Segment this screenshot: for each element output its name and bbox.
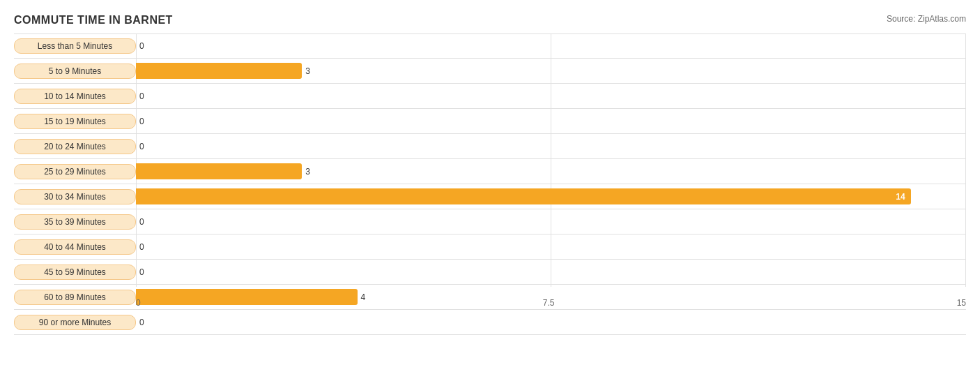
chart-container: COMMUTE TIME IN BARNET Source: ZipAtlas.…	[0, 0, 980, 365]
x-tick-mid: 7.5	[543, 298, 555, 308]
bar-track: 0	[136, 34, 966, 58]
x-axis: 0 7.5 15	[136, 295, 966, 308]
bar-value: 3	[305, 66, 310, 76]
bar-fill	[136, 163, 302, 179]
bar-row: 5 to 9 Minutes3	[14, 59, 966, 84]
bar-label: 40 to 44 Minutes	[14, 239, 136, 255]
bars-section: Less than 5 Minutes05 to 9 Minutes310 to…	[14, 33, 966, 287]
bar-track: 0	[136, 109, 966, 133]
bar-label: 10 to 14 Minutes	[14, 89, 136, 104]
bar-value: 0	[139, 91, 144, 101]
bar-label: 30 to 34 Minutes	[14, 189, 136, 204]
bar-row: 10 to 14 Minutes0	[14, 84, 966, 109]
bar-value: 0	[139, 142, 144, 151]
bar-track: 0	[136, 260, 966, 284]
bar-label: 15 to 19 Minutes	[14, 114, 136, 129]
bar-label: 60 to 89 Minutes	[14, 290, 136, 305]
bar-row: 45 to 59 Minutes0	[14, 260, 966, 285]
bar-fill	[136, 63, 302, 79]
bar-track: 3	[136, 59, 966, 83]
bar-value: 14	[896, 192, 905, 202]
chart-title: COMMUTE TIME IN BARNET	[14, 14, 966, 27]
bar-value: 3	[305, 167, 310, 177]
source-text: Source: ZipAtlas.com	[887, 14, 966, 24]
bar-row: 40 to 44 Minutes0	[14, 234, 966, 260]
bar-label: 35 to 39 Minutes	[14, 214, 136, 230]
bar-track: 3	[136, 159, 966, 184]
x-tick-max: 15	[957, 298, 966, 308]
bar-value: 0	[139, 242, 144, 252]
bar-track: 0	[136, 234, 966, 259]
bar-label: 25 to 29 Minutes	[14, 164, 136, 179]
bar-value: 0	[139, 267, 144, 277]
bar-track: 0	[136, 310, 966, 334]
bar-label: 20 to 24 Minutes	[14, 139, 136, 154]
bar-row: Less than 5 Minutes0	[14, 33, 966, 59]
bar-fill: 14	[136, 188, 911, 204]
bar-value: 0	[139, 217, 144, 227]
bar-row: 30 to 34 Minutes14	[14, 184, 966, 209]
chart-area: Less than 5 Minutes05 to 9 Minutes310 to…	[14, 33, 966, 308]
bar-value: 0	[139, 117, 144, 126]
bar-track: 0	[136, 84, 966, 108]
bar-track: 0	[136, 209, 966, 234]
bar-track: 14	[136, 184, 966, 209]
x-tick-min: 0	[136, 298, 141, 308]
bar-row: 15 to 19 Minutes0	[14, 109, 966, 134]
bar-row: 25 to 29 Minutes3	[14, 159, 966, 184]
bar-row: 20 to 24 Minutes0	[14, 134, 966, 159]
bar-row: 90 or more Minutes0	[14, 310, 966, 335]
bar-label: 90 or more Minutes	[14, 315, 136, 330]
bar-label: 5 to 9 Minutes	[14, 64, 136, 79]
bar-label: 45 to 59 Minutes	[14, 265, 136, 280]
bar-value: 0	[139, 318, 144, 327]
bar-value: 0	[139, 41, 144, 51]
bar-track: 0	[136, 134, 966, 158]
bar-label: Less than 5 Minutes	[14, 38, 136, 54]
bar-row: 35 to 39 Minutes0	[14, 209, 966, 234]
